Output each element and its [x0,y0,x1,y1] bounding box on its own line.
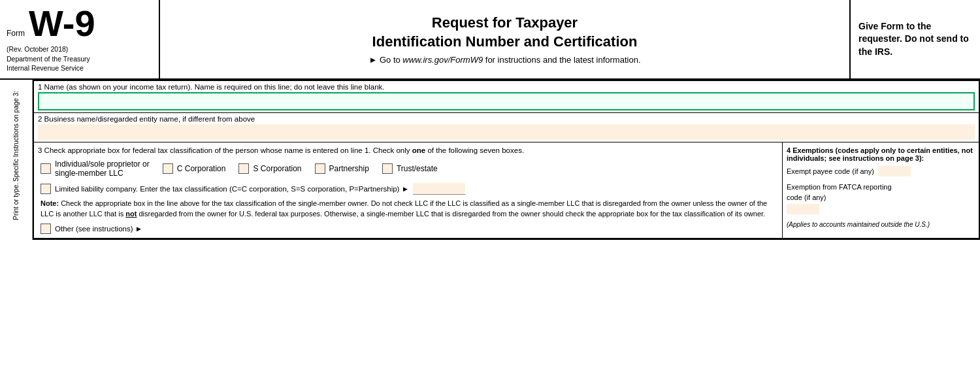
line4-content: 4 Exemptions (codes apply only to certai… [783,142,979,238]
checkbox-individual-box[interactable] [41,163,51,174]
checkbox-trust: Trust/estate [382,163,438,174]
checkbox-partnership: Partnership [315,163,369,174]
line2-section: 2 Business name/disregarded entity name,… [34,113,979,142]
rev-text: (Rev. October 2018) [7,44,152,54]
line3-4-section: 3 Check appropriate box for federal tax … [34,142,979,239]
irs-text: Internal Revenue Service [7,63,152,73]
checkbox-partnership-label: Partnership [329,164,369,173]
w9-title: W-9 [29,5,95,42]
checkbox-trust-label: Trust/estate [397,164,438,173]
llc-input[interactable] [413,183,465,195]
line3-text-part2: of the following seven boxes. [425,146,524,154]
form-title-row: Form W-9 [7,5,152,42]
note-bold: Note: [41,199,59,207]
checkbox-scorp-label: S Corporation [253,164,301,173]
checkbox-scorp-box[interactable] [238,163,249,174]
title-line2: Identification Number and Certification [173,33,836,52]
note-not: not [125,210,137,218]
header-right: Give Form to the requester. Do not send … [849,0,980,78]
line1-input[interactable] [38,92,975,110]
checkbox-ccorp: C Corporation [163,163,226,174]
other-row: Other (see instructions) ► [38,224,778,234]
checkbox-ccorp-box[interactable] [163,163,173,174]
line3-text-bold: one [412,146,425,154]
llc-label: Limited liability company. Enter the tax… [55,185,409,193]
side-text: Specific Instructions on page 3: Print o… [0,91,32,220]
checkbox-scorp: S Corporation [238,163,301,174]
note-text: Note: Check the appropriate box in the l… [38,199,778,220]
line2-input[interactable] [38,124,975,140]
line1-section: 1 Name (as shown on your income tax retu… [34,81,979,113]
title-line1: Request for Taxpayer [173,14,836,33]
line2-label: 2 Business name/disregarded entity name,… [38,115,975,123]
side-label-print: Print or type. [12,183,20,220]
fatca-input[interactable] [787,204,819,214]
exempt-payee-label: Exempt payee code (if any) [787,167,874,175]
checkbox-partnership-box[interactable] [315,163,325,174]
exempt-payee-row: Exempt payee code (if any) [787,166,975,176]
line3-content: 3 Check appropriate box for federal tax … [34,142,783,238]
checkbox-trust-box[interactable] [382,163,393,174]
main-form-content: 1 Name (as shown on your income tax retu… [33,80,980,240]
header-sub-info: (Rev. October 2018) Department of the Tr… [7,44,152,73]
checkbox-ccorp-label: C Corporation [177,164,226,173]
sub-instruction: ► Go to www.irs.gov/FormW9 for instructi… [173,55,836,65]
checkboxes-row: Individual/sole proprietor orsingle-memb… [38,159,778,178]
exemptions-title: 4 Exemptions (codes apply only to certai… [787,146,975,162]
form-body: Specific Instructions on page 3: Print o… [0,80,980,240]
form-label: Form [7,29,25,38]
main-title: Request for Taxpayer Identification Numb… [173,14,836,51]
header-center: Request for Taxpayer Identification Numb… [160,0,849,78]
give-form-text: Give Form to the requester. Do not send … [858,20,972,59]
w9-form: Form W-9 (Rev. October 2018) Department … [0,0,980,240]
line3-text-part1: 3 Check appropriate box for federal tax … [38,146,412,154]
applies-text: (Applies to accounts maintained outside … [787,221,975,228]
side-label-wrapper: Specific Instructions on page 3: Print o… [0,80,33,240]
fatca-label-line2: code (if any) [787,193,975,214]
line3-header: 3 Check appropriate box for federal tax … [38,146,778,154]
line1-label: 1 Name (as shown on your income tax retu… [38,83,975,91]
llc-row: Limited liability company. Enter the tax… [38,183,778,195]
other-label: Other (see instructions) ► [55,225,142,233]
exempt-payee-input[interactable] [878,166,911,176]
header-left: Form W-9 (Rev. October 2018) Department … [0,0,160,78]
fatca-label-line1: Exemption from FATCA reporting [787,183,975,191]
side-label-specific: Specific Instructions on page 3: [12,91,20,182]
note-body: Check the appropriate box in the line ab… [41,199,767,218]
checkbox-llc-box[interactable] [41,184,51,194]
checkbox-individual: Individual/sole proprietor orsingle-memb… [41,159,150,178]
form-header: Form W-9 (Rev. October 2018) Department … [0,0,980,80]
checkbox-individual-label: Individual/sole proprietor orsingle-memb… [55,159,150,178]
dept-text: Department of the Treasury [7,54,152,64]
checkbox-other-box[interactable] [41,224,51,234]
